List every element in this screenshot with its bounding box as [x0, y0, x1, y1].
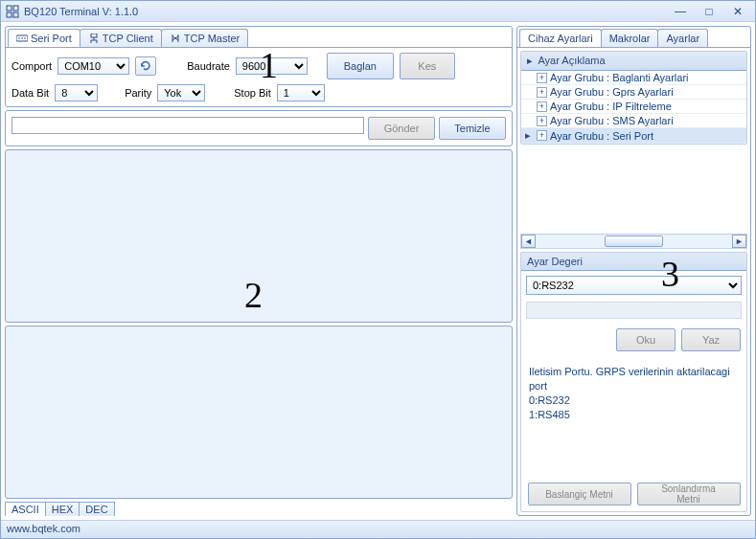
expand-icon[interactable]: + — [537, 73, 547, 83]
disconnect-button[interactable]: Kes — [400, 53, 455, 79]
connection-panel: Seri Port TCP Client TCP Master — [5, 26, 513, 107]
svg-point-5 — [18, 37, 20, 39]
parity-label: Parity — [125, 87, 151, 99]
scroll-right-icon[interactable]: ► — [732, 235, 746, 248]
comport-select[interactable]: COM10 — [57, 57, 129, 75]
app-icon — [5, 4, 20, 19]
scroll-left-icon[interactable]: ◄ — [521, 235, 536, 248]
tree-item-label: Ayar Grubu : SMS Ayarlari — [550, 115, 674, 126]
value-select[interactable]: 0:RS232 — [526, 276, 742, 295]
expand-icon[interactable]: + — [537, 116, 547, 126]
databit-select[interactable]: 8 — [55, 84, 98, 101]
tree-header-label: Ayar Açıklama — [538, 55, 605, 66]
end-text-button[interactable]: Sonlandırma Metni — [637, 483, 741, 505]
status-url: www.bqtek.com — [7, 523, 80, 534]
log-output-bottom[interactable] — [5, 326, 513, 499]
refresh-icon — [139, 59, 152, 73]
tree-row[interactable]: +Ayar Grubu : Gprs Ayarlari — [521, 85, 746, 100]
comport-label: Comport — [11, 60, 52, 72]
write-button[interactable]: Yaz — [681, 328, 741, 351]
tab-label: TCP Master — [184, 33, 240, 44]
refresh-button[interactable] — [135, 56, 156, 76]
desc-line: Iletisim Portu. GRPS verilerinin aktaril… — [529, 365, 739, 393]
serial-icon — [16, 33, 28, 44]
value-display — [526, 302, 742, 319]
format-tab-dec[interactable]: DEC — [79, 502, 114, 516]
start-text-button[interactable]: Baslangiç Metni — [528, 483, 631, 505]
tree-item-label: Ayar Grubu : Gprs Ayarlari — [550, 86, 674, 98]
databit-label: Data Bit — [11, 87, 49, 99]
horizontal-scrollbar[interactable]: ◄ ► — [520, 234, 747, 249]
svg-rect-8 — [91, 34, 97, 37]
send-input[interactable] — [11, 117, 364, 134]
tree-row[interactable]: +Ayar Grubu : IP Filtreleme — [521, 100, 746, 114]
tab-seri-port[interactable]: Seri Port — [8, 29, 80, 47]
desc-line: 1:RS485 — [529, 408, 739, 422]
tree-header: ▸ Ayar Açıklama — [521, 52, 746, 71]
tree-item-label: Ayar Grubu : Baglanti Ayarlari — [550, 72, 689, 83]
svg-rect-2 — [7, 12, 11, 17]
svg-point-6 — [21, 37, 23, 39]
description-text: Iletisim Portu. GRPS verilerinin aktaril… — [521, 359, 746, 427]
window-title: BQ120 Terminal V: 1.1.0 — [24, 6, 665, 17]
svg-rect-1 — [13, 6, 18, 11]
tab-cihaz-ayarlari[interactable]: Cihaz Ayarlari — [519, 29, 602, 47]
format-tab-ascii[interactable]: ASCII — [5, 502, 46, 516]
format-tabs: ASCII HEX DEC — [5, 502, 513, 516]
clear-button[interactable]: Temizle — [439, 117, 506, 140]
settings-tree: +Ayar Grubu : Baglanti Ayarlari +Ayar Gr… — [521, 71, 746, 144]
svg-point-7 — [24, 37, 26, 39]
tab-tcp-client[interactable]: TCP Client — [80, 29, 162, 47]
log-output-top[interactable] — [5, 149, 513, 323]
restore-button[interactable]: □ — [696, 5, 722, 18]
stopbit-select[interactable]: 1 — [277, 84, 325, 101]
send-button[interactable]: Gönder — [368, 117, 435, 140]
tree-row[interactable]: +Ayar Grubu : SMS Ayarlari — [521, 114, 746, 128]
format-tab-hex[interactable]: HEX — [45, 502, 80, 516]
expand-icon[interactable]: + — [537, 87, 547, 98]
tab-label: TCP Client — [103, 33, 153, 44]
tab-ayarlar[interactable]: Ayarlar — [657, 29, 708, 47]
expand-icon[interactable]: + — [537, 130, 547, 141]
svg-rect-0 — [7, 6, 11, 11]
svg-rect-3 — [13, 12, 18, 17]
tab-label: Seri Port — [31, 33, 72, 44]
tab-makrolar[interactable]: Makrolar — [601, 29, 659, 47]
tree-row[interactable]: +Ayar Grubu : Baglanti Ayarlari — [521, 71, 746, 85]
baudrate-label: Baudrate — [187, 60, 230, 72]
close-button[interactable]: ✕ — [724, 5, 751, 18]
send-panel: Gönder Temizle — [5, 110, 513, 146]
desc-line: 0:RS232 — [529, 393, 739, 408]
title-bar: BQ120 Terminal V: 1.1.0 — □ ✕ — [1, 1, 755, 22]
expand-icon[interactable]: + — [537, 101, 547, 112]
connect-button[interactable]: Baglan — [327, 53, 394, 79]
client-icon — [88, 33, 100, 44]
scroll-thumb[interactable] — [605, 236, 664, 247]
master-icon — [170, 33, 181, 44]
read-button[interactable]: Oku — [616, 328, 676, 351]
tree-item-label: Ayar Grubu : Seri Port — [550, 130, 653, 142]
value-header: Ayar Degeri — [521, 253, 746, 271]
parity-select[interactable]: Yok — [157, 84, 205, 101]
tab-tcp-master[interactable]: TCP Master — [161, 29, 248, 47]
baudrate-select[interactable]: 9600 — [236, 57, 308, 75]
status-bar: www.bqtek.com — [1, 520, 755, 538]
minimize-button[interactable]: — — [667, 5, 694, 18]
stopbit-label: Stop Bit — [234, 87, 271, 99]
tree-row[interactable]: ▸+Ayar Grubu : Seri Port — [521, 128, 746, 144]
tree-item-label: Ayar Grubu : IP Filtreleme — [550, 101, 672, 112]
